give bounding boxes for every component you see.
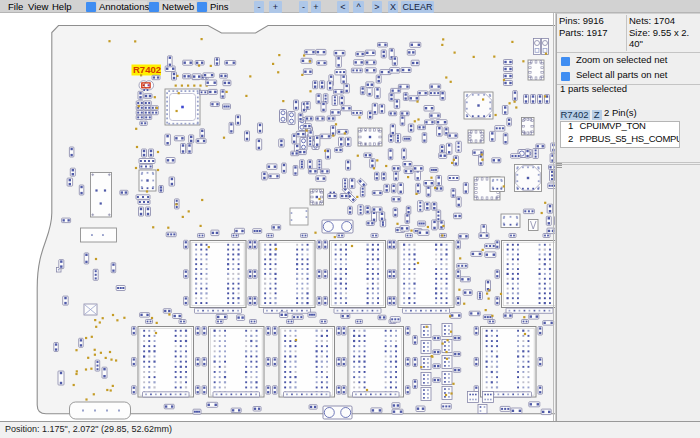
svg-text:R7402: R7402 bbox=[133, 64, 161, 75]
